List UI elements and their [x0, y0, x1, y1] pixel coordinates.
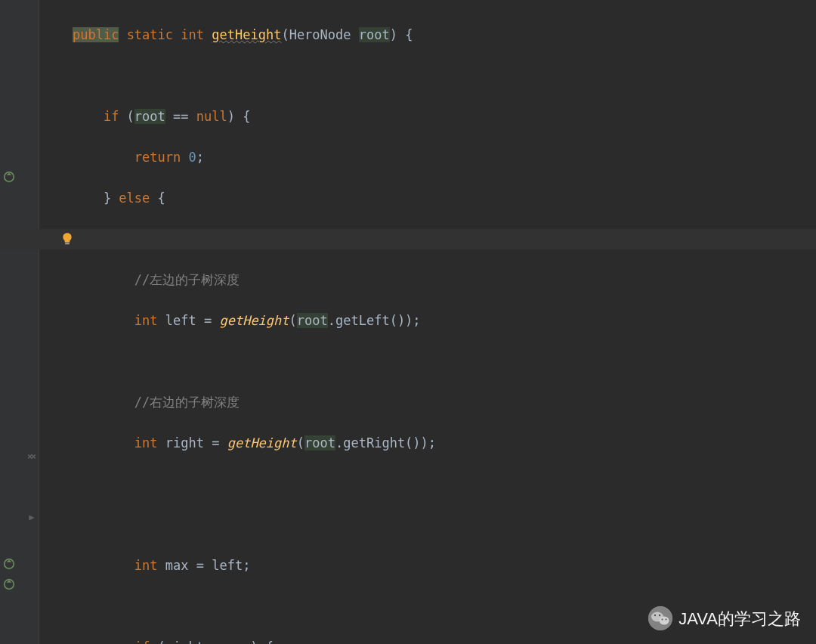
method-call: getHeight: [219, 313, 289, 328]
svg-rect-4: [65, 243, 70, 244]
param-type: HeroNode: [289, 27, 351, 42]
param-name: root: [359, 27, 390, 42]
comment: //左边的子树深度: [134, 272, 240, 287]
number-literal: 0: [189, 150, 196, 165]
keyword-int: int: [134, 435, 158, 450]
keyword-int: int: [181, 27, 204, 42]
keyword-public: public: [73, 27, 119, 42]
keyword-static: static: [127, 27, 173, 42]
keyword-else: else: [119, 190, 150, 206]
keyword-return: return: [134, 150, 181, 165]
recursive-call-icon[interactable]: [3, 169, 15, 181]
keyword-int: int: [134, 558, 158, 573]
keyword-if: if: [104, 109, 119, 124]
method-name: getHeight: [212, 27, 281, 42]
code-editor-content[interactable]: public static int getHeight(HeroNode roo…: [42, 0, 816, 644]
method-call: getHeight: [227, 435, 297, 450]
var-root: root: [134, 109, 165, 124]
fold-marker-icon[interactable]: [27, 513, 36, 522]
recursive-call-icon[interactable]: [3, 576, 15, 588]
keyword-int: int: [134, 313, 158, 328]
var-root: root: [304, 435, 335, 450]
editor-gutter: [0, 0, 39, 644]
keyword-null: null: [196, 109, 227, 124]
intention-bulb-icon[interactable]: [60, 231, 74, 245]
indent: [42, 27, 73, 42]
keyword-if: if: [134, 639, 150, 644]
recursive-call-icon[interactable]: [3, 556, 15, 568]
var-root: root: [297, 313, 328, 328]
fold-marker-icon[interactable]: [27, 452, 36, 461]
comment: //右边的子树深度: [134, 395, 240, 410]
